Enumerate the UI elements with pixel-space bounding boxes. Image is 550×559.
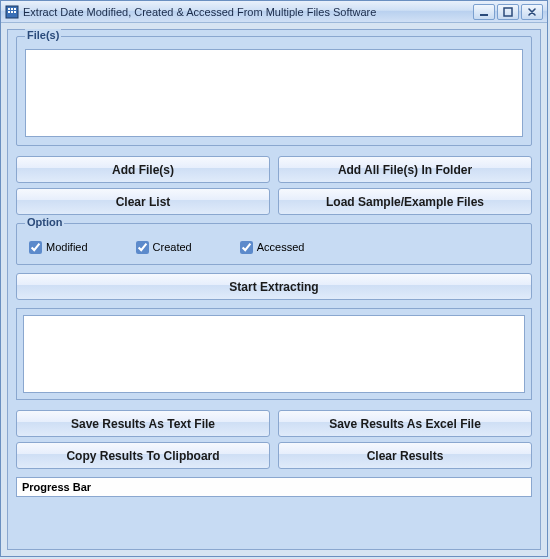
- window-title: Extract Date Modified, Created & Accesse…: [23, 6, 473, 18]
- file-list[interactable]: [25, 49, 523, 137]
- files-group-label: File(s): [25, 29, 61, 41]
- close-button[interactable]: [521, 4, 543, 20]
- modified-label: Modified: [46, 241, 88, 253]
- modified-checkbox[interactable]: Modified: [29, 241, 88, 254]
- results-list[interactable]: [23, 315, 525, 393]
- client-area: File(s) Add File(s) Add All File(s) In F…: [7, 29, 541, 550]
- created-label: Created: [153, 241, 192, 253]
- svg-rect-5: [11, 11, 13, 13]
- save-text-button[interactable]: Save Results As Text File: [16, 410, 270, 437]
- progress-bar: Progress Bar: [16, 477, 532, 497]
- option-group: Option Modified Created Accessed: [16, 223, 532, 265]
- created-checkbox[interactable]: Created: [136, 241, 192, 254]
- progress-bar-label: Progress Bar: [22, 481, 91, 493]
- app-icon: [5, 5, 19, 19]
- app-window: Extract Date Modified, Created & Accesse…: [0, 0, 548, 557]
- svg-rect-7: [480, 14, 488, 16]
- results-group: [16, 308, 532, 400]
- svg-rect-8: [504, 8, 512, 16]
- clear-list-button[interactable]: Clear List: [16, 188, 270, 215]
- accessed-check-input[interactable]: [240, 241, 253, 254]
- svg-rect-6: [14, 11, 16, 13]
- save-excel-button[interactable]: Save Results As Excel File: [278, 410, 532, 437]
- modified-check-input[interactable]: [29, 241, 42, 254]
- add-files-button[interactable]: Add File(s): [16, 156, 270, 183]
- load-sample-button[interactable]: Load Sample/Example Files: [278, 188, 532, 215]
- svg-rect-4: [8, 11, 10, 13]
- files-group: File(s): [16, 36, 532, 146]
- maximize-button[interactable]: [497, 4, 519, 20]
- clear-results-button[interactable]: Clear Results: [278, 442, 532, 469]
- titlebar: Extract Date Modified, Created & Accesse…: [1, 1, 547, 23]
- svg-rect-3: [14, 8, 16, 10]
- accessed-checkbox[interactable]: Accessed: [240, 241, 305, 254]
- option-group-label: Option: [25, 216, 64, 228]
- copy-clipboard-button[interactable]: Copy Results To Clipboard: [16, 442, 270, 469]
- add-folder-button[interactable]: Add All File(s) In Folder: [278, 156, 532, 183]
- accessed-label: Accessed: [257, 241, 305, 253]
- svg-rect-1: [8, 8, 10, 10]
- created-check-input[interactable]: [136, 241, 149, 254]
- start-extracting-button[interactable]: Start Extracting: [16, 273, 532, 300]
- svg-rect-2: [11, 8, 13, 10]
- minimize-button[interactable]: [473, 4, 495, 20]
